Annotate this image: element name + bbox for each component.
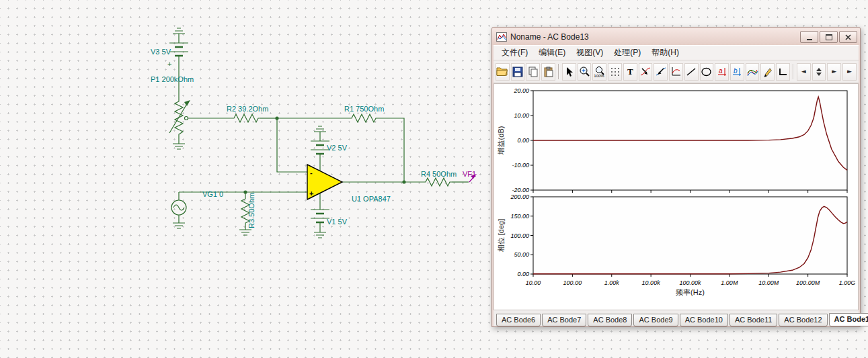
page-spinner[interactable] [812,63,826,81]
opamp-u1[interactable]: - + [307,165,342,199]
svg-text:a: a [719,67,723,75]
label-v3: V3 5V [151,48,171,56]
label-p1: P1 200kOhm [151,75,194,83]
battery-v3[interactable] [169,43,188,99]
cursor-a-icon: a [717,66,727,77]
svg-text:增益(dB): 增益(dB) [497,126,505,155]
junction-dot [244,191,247,193]
resistor-r1[interactable] [350,114,378,122]
text-tool-button[interactable]: T [623,63,637,81]
close-icon [845,34,851,40]
resistor-r2[interactable] [232,114,260,122]
tab-ac-bode10[interactable]: AC Bode10 [680,314,728,326]
diagram-tab-bar: AC Bode6 AC Bode7 AC Bode8 AC Bode9 AC B… [494,310,859,326]
svg-text:频率(Hz): 频率(Hz) [676,288,705,296]
svg-text:1.00k: 1.00k [604,279,620,286]
tab-ac-bode9[interactable]: AC Bode9 [633,314,678,326]
chart-client-area: 20.0010.000.00-10.00-20.00增益(dB)200.0015… [494,83,859,310]
menu-process[interactable]: 处理(P) [608,46,646,60]
corner-tool-button[interactable] [776,63,790,81]
ellipse-tool-button[interactable] [700,63,714,81]
svg-text:0.00: 0.00 [517,271,529,277]
probe-a-tool-button[interactable] [639,63,653,81]
svg-text:100%: 100% [594,74,604,78]
ground-symbol-r3 [239,230,251,235]
svg-text:10.00M: 10.00M [758,279,779,286]
last-page-button[interactable]: ► [842,63,857,81]
label-r4: R4 50Ohm [421,170,457,178]
tab-ac-bode11[interactable]: AC Bode11 [729,314,777,326]
prev-page-button[interactable]: ◄ [797,63,811,81]
svg-text:50.00: 50.00 [514,251,529,258]
next-arrow-icon: ► [832,69,836,75]
paste-icon [543,66,554,77]
title-bar: Noname - AC Bode13 [492,28,860,45]
select-cursor-icon [563,66,574,77]
ground-symbol-v2-top [314,126,326,141]
menu-help[interactable]: 帮助(H) [646,46,684,60]
svg-text:100.00: 100.00 [563,279,582,286]
svg-text:100.00: 100.00 [510,232,529,239]
save-icon [512,66,523,77]
menu-edit[interactable]: 编辑(E) [533,46,571,60]
zoom-100-button[interactable]: 100% [592,63,606,81]
opamp-plus-sign: + [309,189,313,197]
axes-tool-button[interactable] [669,63,683,81]
probe-b-tool-button[interactable] [654,63,668,81]
junction-dot [403,181,405,183]
svg-text:0.00: 0.00 [517,137,529,144]
paste-button[interactable] [541,63,555,81]
label-v3-plus: + [167,60,171,68]
label-v1: V1 5V [327,218,348,226]
grid-toggle-button[interactable] [608,63,622,81]
potentiometer-p1[interactable] [169,99,190,137]
menu-file[interactable]: 文件(F) [496,46,533,60]
battery-v1[interactable] [311,193,329,232]
svg-text:10.00k: 10.00k [642,279,661,286]
svg-text:b: b [734,67,738,75]
line-tool-icon [686,66,697,77]
zoom-100-icon: 100% [594,66,606,78]
tab-ac-bode8[interactable]: AC Bode8 [588,314,632,326]
label-r2: R2 39.2Ohm [227,105,268,113]
tab-ac-bode13[interactable]: AC Bode13 [829,313,868,326]
zoom-in-button[interactable] [578,63,592,81]
open-button[interactable] [496,63,510,81]
svg-text:-10.00: -10.00 [512,162,529,169]
maximize-icon [826,34,832,40]
pen-icon [762,66,773,77]
svg-text:-20.00: -20.00 [512,187,529,193]
corner-icon [778,66,789,77]
last-arrow-icon: ► [847,69,852,75]
curves-style-button[interactable] [746,63,760,81]
maximize-button[interactable] [820,31,838,43]
copy-button[interactable] [526,63,540,81]
label-vf1: VF1 [463,170,476,178]
svg-text:10.00: 10.00 [526,279,541,286]
tab-ac-bode6[interactable]: AC Bode6 [496,314,541,326]
junction-dot [276,117,278,120]
bode-plot-svg: 20.0010.000.00-10.00-20.00增益(dB)200.0015… [494,84,859,310]
next-page-button[interactable]: ► [827,63,841,81]
line-tool-button[interactable] [684,63,699,81]
menu-view[interactable]: 视图(V) [571,46,608,60]
cursor-a-button[interactable]: a [715,63,729,81]
svg-text:10.00: 10.00 [514,112,529,119]
tab-ac-bode7[interactable]: AC Bode7 [542,314,586,326]
annotation-pen-button[interactable] [760,63,775,81]
axes-icon [670,66,681,77]
resistor-r4[interactable] [424,178,452,186]
ground-symbol-vg1 [173,223,185,228]
tab-ac-bode12[interactable]: AC Bode12 [779,314,827,326]
window-title: Noname - AC Bode13 [510,32,797,42]
cursor-b-button[interactable]: b [730,63,744,81]
minimize-button[interactable] [800,31,818,43]
save-button[interactable] [511,63,525,81]
ellipse-tool-icon [701,66,712,77]
label-r3: R3 50Ohm [247,193,255,228]
generator-vg1[interactable] [171,192,186,223]
spinner-icon [816,67,822,77]
select-tool-button[interactable] [562,63,576,81]
close-button[interactable] [839,31,857,43]
svg-text:150.00: 150.00 [510,213,529,220]
